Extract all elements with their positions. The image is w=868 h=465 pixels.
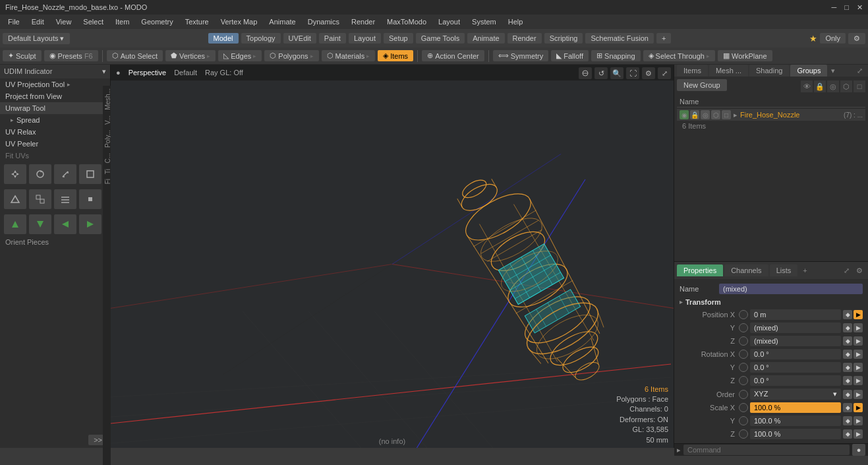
command-input[interactable]	[683, 445, 850, 455]
command-exec-btn[interactable]: ●	[852, 444, 865, 456]
icon-btn-down[interactable]	[29, 214, 51, 234]
right-panel-expand-icon[interactable]: ⤢	[854, 65, 865, 77]
props-tab-add[interactable]: +	[799, 264, 811, 276]
order-key-btn[interactable]: ▶	[854, 390, 863, 399]
menu-select[interactable]: Select	[78, 16, 109, 27]
unwrap-tool-item[interactable]: Unwrap Tool	[0, 102, 110, 114]
props-tab-channels[interactable]: Channels	[724, 264, 768, 276]
scale-z-anim-btn[interactable]: ◆	[843, 429, 852, 439]
props-settings-btn[interactable]: ⚙	[854, 265, 865, 276]
settings-btn[interactable]: ⚙	[848, 33, 865, 44]
snapping-btn[interactable]: ⊞ Snapping	[591, 50, 641, 61]
position-z-radio[interactable]	[739, 336, 748, 346]
vp-reset-btn[interactable]: ↺	[594, 67, 608, 79]
edges-btn[interactable]: ◺ Edges ▸	[218, 50, 262, 61]
right-tab-shading[interactable]: Shading	[749, 65, 789, 77]
setup-tab-main[interactable]: Setup	[384, 33, 413, 44]
layout-tab-main[interactable]: Layout	[349, 33, 381, 44]
transform-section-header[interactable]: ▸ Transform	[677, 296, 865, 308]
viewport[interactable]: ● Perspective Default Ray GL: Off ↺ 🔍 ⛶ …	[111, 65, 674, 448]
select-through-btn[interactable]: ◈ Select Through ▸	[643, 50, 715, 61]
fit-uvs-item[interactable]: Fit UVs	[0, 150, 110, 162]
materials-btn[interactable]: ⬡ Materials ▸	[322, 50, 376, 61]
scale-y-key-btn[interactable]: ▶	[854, 416, 863, 425]
falloff-btn[interactable]: ◣ Falloff	[551, 50, 589, 61]
menu-vertexmap[interactable]: Vertex Map	[216, 16, 263, 27]
right-tab-items[interactable]: Items	[677, 65, 708, 77]
vertices-btn[interactable]: ⬟ Vertices ▸	[165, 50, 216, 61]
model-tab-main[interactable]: Model	[208, 33, 239, 44]
vp-fit-btn[interactable]: ⛶	[626, 67, 639, 79]
right-tab-mesh[interactable]: Mesh ...	[709, 65, 748, 77]
icon-btn-left[interactable]	[54, 214, 76, 234]
position-z-value[interactable]: (mixed)	[750, 336, 841, 346]
right-tab-groups[interactable]: Groups	[790, 65, 827, 77]
order-radio[interactable]	[739, 390, 748, 399]
only-btn[interactable]: Only	[820, 33, 846, 44]
position-z-anim-btn[interactable]: ◆	[843, 336, 852, 346]
polygons-btn[interactable]: ⬡ Polygons ▸	[264, 50, 318, 61]
rotation-x-radio[interactable]	[739, 350, 748, 359]
project-from-view-item[interactable]: Project from View	[0, 90, 110, 102]
vp-zoom-btn[interactable]: 🔍	[610, 67, 623, 79]
lock-toggle-btn[interactable]: 🔒	[814, 80, 826, 92]
props-expand-btn[interactable]: ⤢	[841, 265, 852, 276]
rotation-y-radio[interactable]	[739, 363, 748, 372]
menu-layout[interactable]: Layout	[433, 16, 465, 27]
order-anim-btn[interactable]: ◆	[843, 390, 852, 399]
rotation-z-key-btn[interactable]: ▶	[854, 376, 863, 385]
icon-btn-2c[interactable]	[54, 189, 76, 209]
rotation-x-value[interactable]: 0.0 °	[750, 349, 841, 359]
scale-z-value[interactable]: 100.0 %	[750, 429, 841, 439]
scale-z-key-btn[interactable]: ▶	[854, 429, 863, 439]
scale-y-anim-btn[interactable]: ◆	[843, 416, 852, 425]
item-eye-icon[interactable]: ◉	[680, 110, 689, 119]
position-x-radio[interactable]	[739, 310, 748, 319]
name-field-value[interactable]: (mixed)	[719, 284, 863, 294]
menu-item[interactable]: Item	[110, 16, 134, 27]
rotation-x-key-btn[interactable]: ▶	[854, 350, 863, 359]
icon-btn-2a[interactable]	[4, 189, 26, 209]
position-z-key-btn[interactable]: ▶	[854, 336, 863, 346]
position-x-value[interactable]: 0 m	[750, 309, 841, 320]
position-y-value[interactable]: (mixed)	[750, 323, 841, 333]
menu-animate[interactable]: Animate	[264, 16, 301, 27]
schematic-tab-main[interactable]: Schematic Fusion	[585, 33, 653, 44]
menu-dynamics[interactable]: Dynamics	[303, 16, 345, 27]
right-tab-arrow[interactable]: ▾	[828, 65, 838, 77]
rotation-y-anim-btn[interactable]: ◆	[843, 363, 852, 372]
icon-btn-move[interactable]	[4, 164, 26, 184]
spread-item[interactable]: ▸ Spread	[0, 114, 110, 126]
paint-tab-main[interactable]: Paint	[319, 33, 346, 44]
item-expand-arrow[interactable]: ▸	[734, 111, 738, 119]
layout-selector[interactable]: Default Layouts ▾	[3, 33, 70, 44]
auto-select-btn[interactable]: ⬡ Auto Select	[107, 50, 163, 61]
scale-y-radio[interactable]	[739, 416, 748, 425]
close-btn[interactable]: ✕	[857, 3, 863, 12]
position-x-anim-btn[interactable]: ◆	[843, 310, 852, 319]
action-center-btn[interactable]: ⊕ Action Center	[422, 50, 484, 61]
item-row-firehose[interactable]: ◉ 🔒 ◎ ⬡ □ ▸ Fire_Hose_Nozzle (7) : ...	[677, 109, 865, 121]
eye-toggle-btn[interactable]: 👁	[801, 80, 813, 92]
vp-expand-btn[interactable]: ⤢	[658, 67, 671, 79]
position-y-anim-btn[interactable]: ◆	[843, 323, 852, 332]
icon-btn-right[interactable]	[79, 214, 101, 234]
position-y-radio[interactable]	[739, 323, 748, 332]
box-toggle-btn[interactable]: □	[854, 80, 865, 92]
scale-x-value[interactable]: 100.0 %	[750, 402, 841, 413]
topology-tab-main[interactable]: Topology	[241, 33, 281, 44]
rotation-z-radio[interactable]	[739, 376, 748, 385]
rotation-y-value[interactable]: 0.0 °	[750, 362, 841, 373]
scale-y-value[interactable]: 100.0 %	[750, 416, 841, 426]
props-tab-properties[interactable]: Properties	[677, 264, 723, 276]
item-lock-icon[interactable]: 🔒	[690, 110, 699, 119]
icon-btn-up[interactable]	[4, 214, 26, 234]
item-box-icon[interactable]: □	[722, 110, 731, 119]
rotation-z-value[interactable]: 0.0 °	[750, 375, 841, 386]
menu-file[interactable]: File	[3, 16, 25, 27]
order-select[interactable]: XYZ ▾	[750, 388, 841, 400]
icon-btn-2b[interactable]	[29, 189, 51, 209]
gametools-tab-main[interactable]: Game Tools	[416, 33, 465, 44]
uvedit-tab-main[interactable]: UVEdit	[283, 33, 316, 44]
icon-btn-transform[interactable]	[79, 164, 101, 184]
